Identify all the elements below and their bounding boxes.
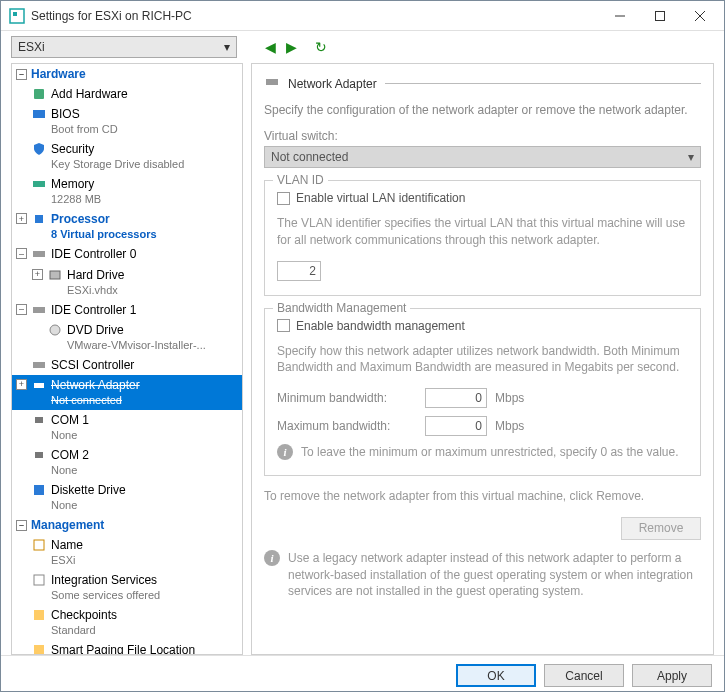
svg-rect-22 [34, 645, 44, 655]
window-title: Settings for ESXi on RICH-PC [31, 9, 600, 23]
tree-ide1-dvd[interactable]: DVD DriveVMware-VMvisor-Installer-... [12, 320, 242, 355]
collapse-icon[interactable]: – [16, 520, 27, 531]
network-adapter-icon [264, 74, 280, 93]
svg-rect-9 [35, 215, 43, 223]
shield-icon [31, 141, 47, 157]
tree-ide0-harddrive[interactable]: + Hard DriveESXi.vhdx [12, 265, 242, 300]
tree-com2[interactable]: COM 2None [12, 445, 242, 480]
bandwidth-help: Specify how this network adapter utilize… [277, 343, 688, 377]
diskette-icon [31, 482, 47, 498]
svg-rect-19 [34, 540, 44, 550]
virtual-switch-label: Virtual switch: [264, 129, 701, 143]
tree-bios[interactable]: BIOSBoot from CD [12, 104, 242, 139]
svg-rect-21 [34, 610, 44, 620]
harddrive-icon [47, 267, 63, 283]
tree-memory[interactable]: Memory12288 MB [12, 174, 242, 209]
settings-tree[interactable]: – Hardware Add Hardware BIOSBoot from CD… [11, 63, 243, 655]
tree-add-hardware[interactable]: Add Hardware [12, 84, 242, 104]
category-management-label: Management [31, 518, 104, 532]
bandwidth-group: Bandwidth Management Enable bandwidth ma… [264, 308, 701, 476]
svg-rect-3 [656, 11, 665, 20]
ok-button[interactable]: OK [456, 664, 536, 687]
dvd-icon [47, 322, 63, 338]
vlan-group-title: VLAN ID [273, 173, 328, 187]
svg-rect-15 [34, 383, 44, 388]
info-icon: i [277, 444, 293, 460]
network-icon [31, 377, 47, 393]
refresh-icon[interactable]: ↻ [315, 39, 327, 55]
detail-title: Network Adapter [288, 77, 377, 91]
tree-checkpoints[interactable]: CheckpointsStandard [12, 605, 242, 640]
legacy-note: Use a legacy network adapter instead of … [288, 550, 701, 600]
category-management[interactable]: – Management [12, 515, 242, 535]
tree-security[interactable]: SecurityKey Storage Drive disabled [12, 139, 242, 174]
svg-rect-14 [33, 362, 45, 368]
svg-rect-23 [266, 79, 278, 85]
chevron-down-icon: ▾ [688, 150, 694, 164]
vlan-enable-label: Enable virtual LAN identification [296, 191, 465, 205]
tree-scsi[interactable]: SCSI Controller [12, 355, 242, 375]
bios-icon [31, 106, 47, 122]
com-port-icon [31, 447, 47, 463]
virtual-switch-select[interactable]: Not connected ▾ [264, 146, 701, 168]
vlan-id-field[interactable]: 2 [277, 261, 321, 281]
close-button[interactable] [680, 2, 720, 30]
expand-icon[interactable]: + [16, 213, 27, 224]
vlan-help: The VLAN identifier specifies the virtua… [277, 215, 688, 249]
paging-icon [31, 642, 47, 655]
maximize-button[interactable] [640, 2, 680, 30]
cancel-button[interactable]: Cancel [544, 664, 624, 687]
expand-icon[interactable]: + [32, 269, 43, 280]
bandwidth-note: To leave the minimum or maximum unrestri… [301, 444, 678, 461]
svg-rect-7 [33, 110, 45, 118]
svg-rect-20 [34, 575, 44, 585]
chevron-down-icon: ▾ [224, 40, 230, 54]
svg-rect-8 [33, 181, 45, 187]
category-hardware[interactable]: – Hardware [12, 64, 242, 84]
vm-selector-row: ESXi ▾ ◀ ▶ ↻ [1, 31, 724, 63]
tree-processor[interactable]: + Processor8 Virtual processors [12, 209, 242, 244]
svg-rect-1 [13, 12, 17, 16]
bandwidth-enable-checkbox[interactable] [277, 319, 290, 332]
collapse-icon[interactable]: – [16, 304, 27, 315]
tree-network-adapter[interactable]: + Network AdapterNot connected [12, 375, 242, 410]
max-bandwidth-field[interactable]: 0 [425, 416, 487, 436]
category-hardware-label: Hardware [31, 67, 86, 81]
name-icon [31, 537, 47, 553]
nav-prev-icon[interactable]: ◀ [265, 39, 276, 55]
mbps-unit: Mbps [495, 419, 524, 433]
vlan-group: VLAN ID Enable virtual LAN identificatio… [264, 180, 701, 296]
title-rule [385, 83, 701, 84]
tree-integration[interactable]: Integration ServicesSome services offere… [12, 570, 242, 605]
mbps-unit: Mbps [495, 391, 524, 405]
processor-icon [31, 211, 47, 227]
svg-rect-6 [34, 89, 44, 99]
vm-select[interactable]: ESXi ▾ [11, 36, 237, 58]
tree-diskette[interactable]: Diskette DriveNone [12, 480, 242, 515]
remove-help: To remove the network adapter from this … [264, 488, 701, 505]
apply-button[interactable]: Apply [632, 664, 712, 687]
bandwidth-enable-label: Enable bandwidth management [296, 319, 465, 333]
checkpoint-icon [31, 607, 47, 623]
min-bandwidth-label: Minimum bandwidth: [277, 391, 417, 405]
collapse-icon[interactable]: – [16, 248, 27, 259]
vlan-enable-checkbox[interactable] [277, 192, 290, 205]
titlebar: Settings for ESXi on RICH-PC [1, 1, 724, 31]
svg-rect-11 [50, 271, 60, 279]
svg-rect-10 [33, 251, 45, 257]
integration-icon [31, 572, 47, 588]
tree-ide0[interactable]: – IDE Controller 0 [12, 244, 242, 264]
tree-ide1[interactable]: – IDE Controller 1 [12, 300, 242, 320]
svg-point-13 [50, 325, 60, 335]
nav-next-icon[interactable]: ▶ [286, 39, 297, 55]
svg-rect-12 [33, 307, 45, 313]
min-bandwidth-field[interactable]: 0 [425, 388, 487, 408]
tree-name[interactable]: NameESXi [12, 535, 242, 570]
remove-button[interactable]: Remove [621, 517, 701, 540]
svg-rect-18 [34, 485, 44, 495]
minimize-button[interactable] [600, 2, 640, 30]
tree-paging[interactable]: Smart Paging File LocationG:\ESXI\ESXi [12, 640, 242, 655]
tree-com1[interactable]: COM 1None [12, 410, 242, 445]
expand-icon[interactable]: + [16, 379, 27, 390]
collapse-icon[interactable]: – [16, 69, 27, 80]
